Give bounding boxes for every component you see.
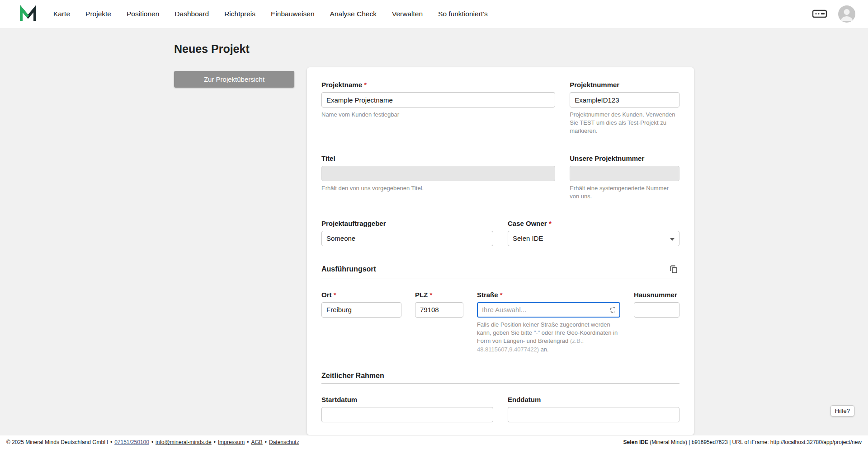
unsere-projektnummer-label: Unsere Projektnummer xyxy=(570,154,679,162)
footer-separator: • xyxy=(110,439,112,445)
strasse-label: Straße * xyxy=(477,291,620,299)
footer-user-name: Selen IDE xyxy=(623,439,648,445)
plz-label: PLZ * xyxy=(415,291,463,299)
chevron-down-icon xyxy=(670,238,675,241)
startdatum-label: Startdatum xyxy=(321,396,493,403)
ort-input[interactable] xyxy=(321,302,401,318)
hausnummer-label: Hausnummer xyxy=(634,291,679,299)
project-overview-button[interactable]: Zur Projektübersicht xyxy=(174,71,294,88)
nav-item-dashboard[interactable]: Dashboard xyxy=(175,10,209,18)
required-asterisk: * xyxy=(549,220,552,227)
footer-separator: • xyxy=(214,439,216,445)
strasse-helper: Falls die Position keiner Straße zugeord… xyxy=(477,321,620,354)
titel-input xyxy=(321,166,555,181)
nav-item-positionen[interactable]: Positionen xyxy=(127,10,159,18)
nav-item-analyse-check[interactable]: Analyse Check xyxy=(330,10,377,18)
enddatum-label: Enddatum xyxy=(508,396,679,403)
zeitlicher-rahmen-section-header: Zeitlicher Rahmen xyxy=(321,372,679,384)
top-nav-bar: Karte Projekte Positionen Dashboard Rich… xyxy=(0,0,868,28)
nav-item-verwalten[interactable]: Verwalten xyxy=(392,10,423,18)
projektnummer-helper: Projektnummer des Kunden. Verwenden Sie … xyxy=(570,111,679,136)
projektname-input[interactable] xyxy=(321,92,555,108)
zeitlicher-rahmen-heading: Zeitlicher Rahmen xyxy=(321,372,384,380)
required-asterisk: * xyxy=(364,81,367,89)
case-owner-value: Selen IDE xyxy=(513,234,543,242)
unsere-projektnummer-input xyxy=(570,166,679,181)
ausfuehrungsort-heading: Ausführungsort xyxy=(321,265,376,273)
nav-item-karte[interactable]: Karte xyxy=(53,10,70,18)
footer-datenschutz-link[interactable]: Datenschutz xyxy=(269,439,299,445)
footer-separator: • xyxy=(247,439,249,445)
projektname-helper: Name vom Kunden festlegbar xyxy=(321,111,555,119)
projektnummer-label: Projektnummer xyxy=(570,81,679,89)
unsere-projektnummer-helper: Erhält eine systemgenerierte Nummer von … xyxy=(570,184,679,201)
startdatum-input[interactable] xyxy=(321,407,493,422)
server-icon[interactable] xyxy=(811,7,828,21)
footer-email-link[interactable]: info@mineral-minds.de xyxy=(156,439,212,445)
nav-item-projekte[interactable]: Projekte xyxy=(85,10,111,18)
plz-input[interactable] xyxy=(415,302,463,318)
help-button[interactable]: Hilfe? xyxy=(830,405,854,416)
nav-item-so-funktionierts[interactable]: So funktioniert's xyxy=(438,10,488,18)
projektauftraggeber-label: Projektauftraggeber xyxy=(321,220,493,227)
hausnummer-input[interactable] xyxy=(634,302,679,318)
loading-spinner-icon xyxy=(610,307,616,313)
required-asterisk: * xyxy=(429,291,432,299)
projektnummer-input[interactable] xyxy=(570,92,679,108)
projektauftraggeber-input[interactable] xyxy=(321,231,493,246)
case-owner-label: Case Owner * xyxy=(508,220,679,227)
case-owner-select[interactable]: Selen IDE xyxy=(508,231,679,246)
footer-separator: • xyxy=(265,439,267,445)
footer-copyright: © 2025 Mineral Minds Deutschland GmbH xyxy=(6,439,108,445)
main-nav: Karte Projekte Positionen Dashboard Rich… xyxy=(53,10,488,18)
enddatum-input[interactable] xyxy=(508,407,679,422)
brand-logo-icon[interactable] xyxy=(18,4,38,24)
page-title: Neues Projekt xyxy=(174,42,694,56)
required-asterisk: * xyxy=(334,291,336,299)
user-avatar-icon[interactable] xyxy=(838,5,855,23)
footer-separator: • xyxy=(151,439,153,445)
app-viewport: Karte Projekte Positionen Dashboard Rich… xyxy=(0,0,868,449)
footer-phone-link[interactable]: 07151/250100 xyxy=(114,439,149,445)
footer-agb-link[interactable]: AGB xyxy=(251,439,262,445)
strasse-input[interactable] xyxy=(477,302,620,318)
main-content: Neues Projekt Zur Projektübersicht Proje… xyxy=(0,28,868,435)
nav-item-richtpreis[interactable]: Richtpreis xyxy=(224,10,255,18)
ausfuehrungsort-section-header: Ausführungsort xyxy=(321,263,679,279)
footer: © 2025 Mineral Minds Deutschland GmbH • … xyxy=(0,435,868,449)
footer-session-info: Selen IDE (Mineral Minds) | b91695ed7623… xyxy=(623,439,862,445)
project-form-card: Projektname * Name vom Kunden festlegbar… xyxy=(307,67,694,435)
titel-label: Titel xyxy=(321,154,555,162)
copy-icon[interactable] xyxy=(668,263,679,275)
titel-helper: Erhält den von uns vorgegebenen Titel. xyxy=(321,184,555,192)
ort-label: Ort * xyxy=(321,291,401,299)
projektname-label: Projektname * xyxy=(321,81,555,89)
footer-session-details: (Mineral Minds) | b91695ed7623 | URL of … xyxy=(648,439,862,445)
footer-impressum-link[interactable]: Impressum xyxy=(218,439,245,445)
required-asterisk: * xyxy=(500,291,503,299)
nav-item-einbauweisen[interactable]: Einbauweisen xyxy=(271,10,315,18)
